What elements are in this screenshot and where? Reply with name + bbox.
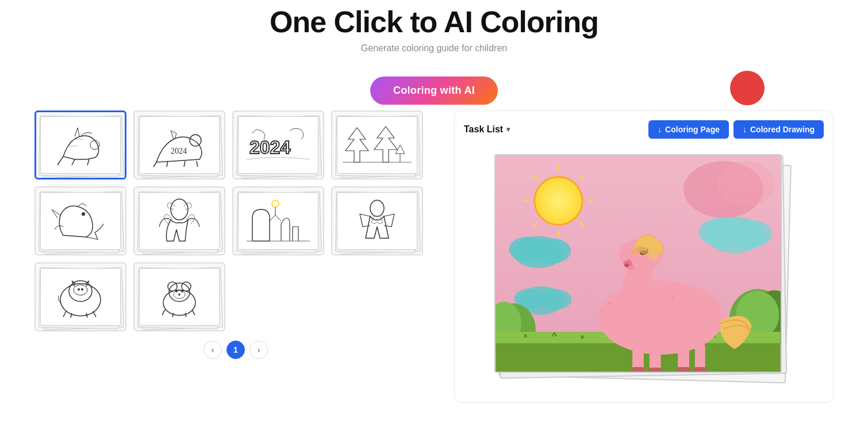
sketch-bear [145, 274, 214, 320]
sketch-dinosaur: 2024 [145, 122, 214, 168]
svg-point-22 [81, 288, 83, 291]
gallery-section: 2024 2024 [34, 110, 437, 359]
svg-point-77 [685, 307, 688, 309]
svg-text:2024: 2024 [249, 137, 290, 158]
preview-main-image [494, 154, 782, 373]
svg-rect-72 [677, 367, 690, 372]
sketch-unicorn [46, 122, 115, 168]
red-dot-decoration [730, 71, 765, 105]
sketch-nativity [244, 198, 313, 244]
download-colored-icon: ↓ [743, 125, 747, 134]
svg-rect-71 [648, 368, 662, 372]
preview-image-area [464, 146, 824, 393]
svg-point-74 [608, 301, 612, 305]
thumb-card-3[interactable]: 2024 [232, 110, 324, 180]
coloring-with-ai-button[interactable]: Coloring with AI [370, 77, 498, 105]
sketch-woman [145, 198, 214, 244]
preview-header: Task List ▾ ↓ Coloring Page ↓ Colored Dr… [464, 120, 824, 139]
thumb-card-4[interactable] [331, 110, 423, 180]
svg-rect-70 [631, 367, 645, 372]
svg-point-76 [671, 296, 674, 299]
horse-scene-svg [496, 155, 781, 372]
sketch-dragon [46, 198, 115, 244]
thumb-card-9[interactable] [34, 262, 126, 331]
svg-point-21 [78, 288, 80, 291]
svg-point-29 [175, 290, 178, 292]
thumb-card-5[interactable] [34, 186, 126, 255]
svg-point-35 [535, 177, 582, 225]
svg-rect-0 [46, 122, 115, 168]
svg-rect-15 [343, 198, 412, 244]
coloring-page-label: Coloring Page [665, 125, 720, 134]
thumb-card-6[interactable] [133, 186, 225, 255]
chevron-down-icon: ▾ [506, 125, 510, 133]
sketch-superhero [343, 198, 412, 244]
thumb-card-10[interactable] [133, 262, 225, 331]
thumbnail-grid: 2024 2024 [34, 110, 437, 331]
svg-point-31 [178, 293, 180, 296]
svg-point-34 [718, 161, 775, 207]
preview-panel: Task List ▾ ↓ Coloring Page ↓ Colored Dr… [454, 110, 834, 403]
task-list-label: Task List [464, 124, 503, 135]
next-page-button[interactable]: › [249, 341, 268, 359]
coloring-page-button[interactable]: ↓ Coloring Page [648, 120, 729, 139]
svg-rect-10 [145, 198, 214, 244]
thumb-card-1[interactable] [34, 110, 126, 180]
svg-rect-7 [343, 122, 412, 168]
download-coloring-icon: ↓ [658, 125, 662, 134]
ai-button-row: Coloring with AI [0, 77, 868, 105]
svg-rect-73 [694, 367, 706, 372]
svg-text:2024: 2024 [171, 147, 187, 155]
svg-rect-23 [145, 274, 214, 320]
thumb-card-2[interactable]: 2024 [133, 110, 225, 180]
header-section: One Click to AI Coloring Generate colori… [0, 0, 868, 65]
thumb-card-7[interactable] [232, 186, 324, 255]
prev-page-button[interactable]: ‹ [203, 341, 222, 359]
page-title: One Click to AI Coloring [0, 6, 868, 39]
svg-point-75 [600, 311, 602, 313]
action-buttons: ↓ Coloring Page ↓ Colored Drawing [648, 120, 824, 139]
page-1-button[interactable]: 1 [226, 341, 245, 359]
svg-point-60 [598, 281, 724, 355]
sketch-trees [343, 122, 412, 168]
page-subtitle: Generate coloring guide for children [0, 43, 868, 54]
sketch-2024: 2024 [244, 122, 313, 168]
preview-stacked [494, 154, 793, 384]
svg-point-30 [181, 290, 183, 292]
svg-point-49 [540, 289, 571, 310]
thumb-card-8[interactable] [331, 186, 423, 255]
colored-drawing-button[interactable]: ↓ Colored Drawing [733, 120, 824, 139]
main-content: 2024 2024 [0, 110, 868, 403]
pagination: ‹ 1 › [34, 341, 437, 359]
svg-point-52 [732, 220, 771, 247]
svg-point-9 [82, 212, 85, 216]
page-wrapper: One Click to AI Coloring Generate colori… [0, 0, 868, 443]
svg-point-46 [535, 239, 571, 264]
svg-point-63 [624, 263, 629, 267]
sketch-pig [46, 274, 115, 320]
colored-drawing-label: Colored Drawing [750, 125, 815, 134]
task-list-button[interactable]: Task List ▾ [464, 124, 510, 135]
